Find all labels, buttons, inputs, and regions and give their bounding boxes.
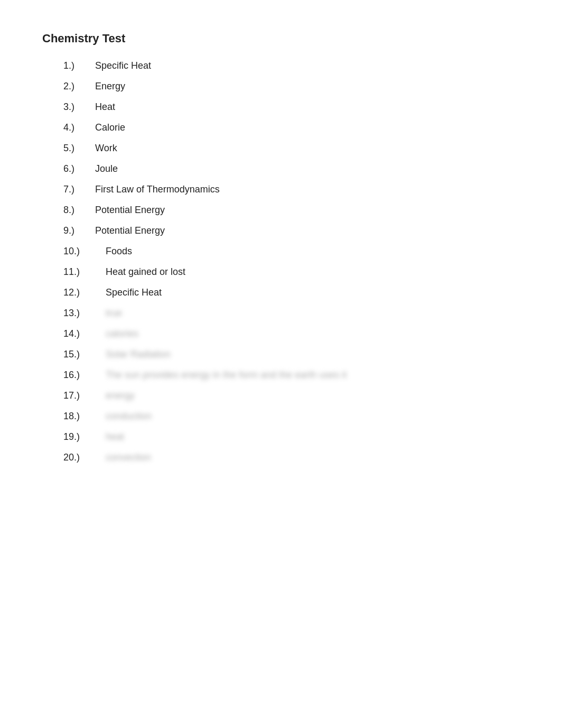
list-item: 8.)Potential Energy bbox=[63, 205, 519, 216]
item-text: Work bbox=[95, 143, 117, 154]
item-text: Potential Energy bbox=[95, 205, 165, 216]
item-number: 5.) bbox=[63, 143, 95, 154]
item-number: 4.) bbox=[63, 122, 95, 133]
list-item: 9.)Potential Energy bbox=[63, 225, 519, 236]
item-text: Specific Heat bbox=[95, 60, 151, 71]
item-text: First Law of Thermodynamics bbox=[95, 184, 220, 195]
list-item: 15.)Solar Radiation bbox=[63, 349, 519, 360]
item-number: 17.) bbox=[63, 390, 106, 401]
item-number: 9.) bbox=[63, 225, 95, 236]
item-text: convection bbox=[106, 452, 151, 463]
item-number: 18.) bbox=[63, 411, 106, 422]
item-text: Foods bbox=[106, 246, 132, 257]
item-text: The sun provides energy in the form and … bbox=[106, 370, 347, 381]
list-item: 4.)Calorie bbox=[63, 122, 519, 133]
list-item: 20.)convection bbox=[63, 452, 519, 463]
item-number: 10.) bbox=[63, 246, 106, 257]
list-item: 6.)Joule bbox=[63, 163, 519, 174]
item-text: true bbox=[106, 308, 122, 319]
list-item: 16.)The sun provides energy in the form … bbox=[63, 370, 519, 381]
item-text: calories bbox=[106, 328, 138, 339]
list-item: 1.)Specific Heat bbox=[63, 60, 519, 71]
item-number: 7.) bbox=[63, 184, 95, 195]
list-item: 19.)heat bbox=[63, 431, 519, 443]
item-number: 14.) bbox=[63, 328, 106, 339]
list-item: 3.)Heat bbox=[63, 102, 519, 113]
item-number: 2.) bbox=[63, 81, 95, 92]
page-title: Chemistry Test bbox=[42, 32, 519, 45]
item-text: Heat bbox=[95, 102, 115, 113]
item-number: 20.) bbox=[63, 452, 106, 463]
item-number: 15.) bbox=[63, 349, 106, 360]
answer-list: 1.)Specific Heat2.)Energy3.)Heat4.)Calor… bbox=[42, 60, 519, 463]
list-item: 12.)Specific Heat bbox=[63, 287, 519, 298]
item-text: Energy bbox=[95, 81, 125, 92]
item-number: 8.) bbox=[63, 205, 95, 216]
item-text: conduction bbox=[106, 411, 152, 422]
item-number: 6.) bbox=[63, 163, 95, 174]
item-text: Specific Heat bbox=[106, 287, 162, 298]
item-text: Calorie bbox=[95, 122, 125, 133]
list-item: 5.)Work bbox=[63, 143, 519, 154]
list-item: 13.)true bbox=[63, 308, 519, 319]
item-text: Potential Energy bbox=[95, 225, 165, 236]
list-item: 14.)calories bbox=[63, 328, 519, 339]
item-text: energy bbox=[106, 390, 135, 401]
item-number: 11.) bbox=[63, 266, 106, 278]
item-number: 12.) bbox=[63, 287, 106, 298]
list-item: 7.)First Law of Thermodynamics bbox=[63, 184, 519, 195]
item-text: Heat gained or lost bbox=[106, 266, 185, 278]
list-item: 17.)energy bbox=[63, 390, 519, 401]
list-item: 18.)conduction bbox=[63, 411, 519, 422]
item-text: heat bbox=[106, 431, 124, 443]
item-text: Joule bbox=[95, 163, 118, 174]
item-text: Solar Radiation bbox=[106, 349, 171, 360]
list-item: 10.)Foods bbox=[63, 246, 519, 257]
list-item: 11.)Heat gained or lost bbox=[63, 266, 519, 278]
item-number: 1.) bbox=[63, 60, 95, 71]
list-item: 2.)Energy bbox=[63, 81, 519, 92]
item-number: 19.) bbox=[63, 431, 106, 443]
item-number: 3.) bbox=[63, 102, 95, 113]
item-number: 13.) bbox=[63, 308, 106, 319]
item-number: 16.) bbox=[63, 370, 106, 381]
